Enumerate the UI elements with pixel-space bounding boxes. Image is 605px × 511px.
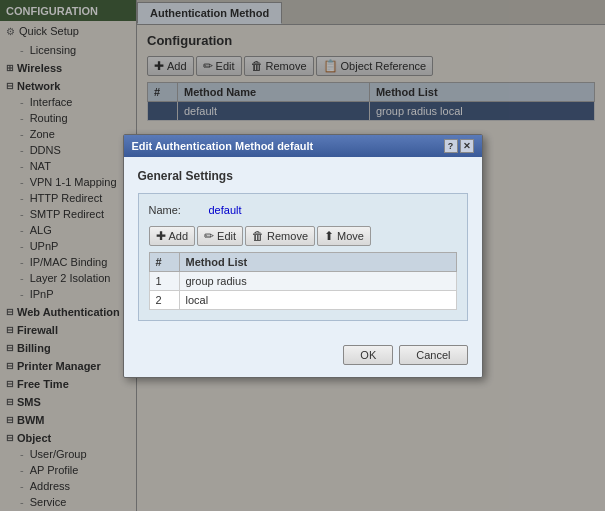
modal-overlay: Edit Authentication Method default ? ✕ G… [0, 0, 605, 511]
modal-section-title: General Settings [138, 169, 468, 183]
modal-name-value: default [209, 204, 242, 216]
modal-row2-num: 2 [149, 290, 179, 309]
modal-title: Edit Authentication Method default [132, 140, 314, 152]
modal-table: # Method List 1 group radius 2 local [149, 252, 457, 310]
modal-col-num: # [149, 252, 179, 271]
modal-footer: OK Cancel [124, 337, 482, 377]
modal-toolbar: ✚ Add ✏ Edit 🗑 Remove ⬆ Move [149, 226, 457, 246]
modal-titlebar-buttons: ? ✕ [444, 139, 474, 153]
modal-col-method: Method List [179, 252, 456, 271]
modal-table-row[interactable]: 1 group radius [149, 271, 456, 290]
modal-row1-method: group radius [179, 271, 456, 290]
modal-move-button[interactable]: ⬆ Move [317, 226, 371, 246]
modal-inner-content: Name: default ✚ Add ✏ Edit 🗑 Remove [138, 193, 468, 321]
modal-titlebar: Edit Authentication Method default ? ✕ [124, 135, 482, 157]
modal-add-button[interactable]: ✚ Add [149, 226, 196, 246]
modal-add-icon: ✚ [156, 229, 166, 243]
modal-edit-button[interactable]: ✏ Edit [197, 226, 243, 246]
modal-remove-icon: 🗑 [252, 229, 264, 243]
modal-row2-method: local [179, 290, 456, 309]
modal-help-button[interactable]: ? [444, 139, 458, 153]
modal-cancel-button[interactable]: Cancel [399, 345, 467, 365]
modal-table-row[interactable]: 2 local [149, 290, 456, 309]
modal-ok-button[interactable]: OK [343, 345, 393, 365]
modal-name-row: Name: default [149, 204, 457, 216]
modal-close-button[interactable]: ✕ [460, 139, 474, 153]
modal-edit-icon: ✏ [204, 229, 214, 243]
modal-row1-num: 1 [149, 271, 179, 290]
modal-remove-button[interactable]: 🗑 Remove [245, 226, 315, 246]
modal-body: General Settings Name: default ✚ Add ✏ E… [124, 157, 482, 337]
modal-move-icon: ⬆ [324, 229, 334, 243]
modal-name-label: Name: [149, 204, 199, 216]
modal-dialog: Edit Authentication Method default ? ✕ G… [123, 134, 483, 378]
